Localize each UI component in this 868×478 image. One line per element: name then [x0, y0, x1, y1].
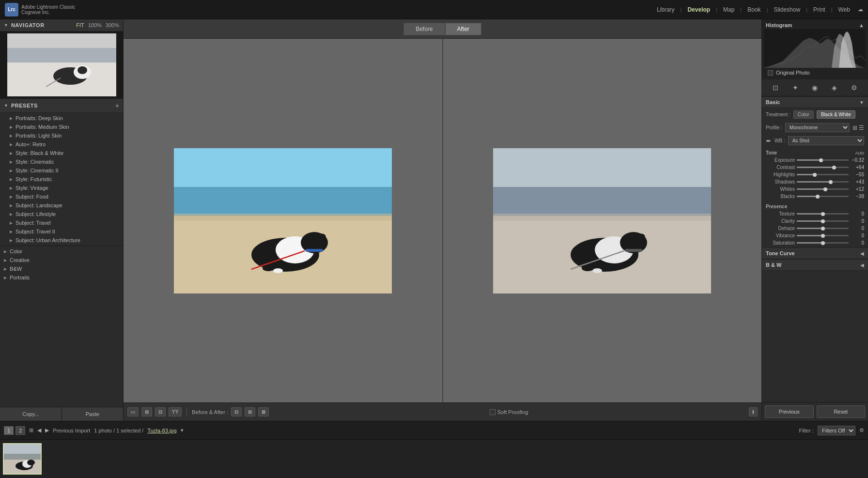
crop-tool-icon[interactable]: ⊡ [771, 82, 780, 93]
paste-button[interactable]: Paste [62, 407, 124, 421]
vibrance-track[interactable] [797, 235, 849, 236]
texture-label: Texture [766, 211, 795, 216]
navigator-header[interactable]: ▼ Navigator FIT 100% 300% [0, 19, 123, 31]
whites-track[interactable] [797, 188, 849, 190]
page-1-btn[interactable]: 1 [4, 426, 14, 435]
dropdown-arrow-icon[interactable]: ▾ [181, 427, 184, 433]
histogram-collapse[interactable]: ▲ [859, 22, 864, 28]
cloud-icon[interactable]: ☁ [858, 6, 863, 13]
filmstrip-next-btn[interactable]: ▶ [45, 427, 49, 433]
list-item[interactable]: ▶Subject: Urban Architecture [0, 236, 123, 245]
nav-map[interactable]: Map [719, 4, 738, 15]
ba-btn2[interactable]: ⊞ [245, 407, 255, 416]
profile-list-icon[interactable]: ☰ [859, 124, 864, 131]
list-item[interactable]: ▶Subject: Landscape [0, 201, 123, 210]
list-item[interactable]: ▶Subject: Lifestyle [0, 210, 123, 218]
list-item[interactable]: ▶Style: Cinematic [0, 157, 123, 166]
yy-btn[interactable]: YY [169, 407, 182, 416]
list-item[interactable]: ▶Style: Cinematic II [0, 166, 123, 175]
view-normal-btn[interactable]: ▭ [127, 407, 139, 416]
profile-select[interactable]: Monochrome [785, 123, 850, 132]
shadows-track[interactable] [797, 181, 849, 183]
saturation-track[interactable] [797, 242, 849, 244]
basic-collapse-icon[interactable]: ▼ [859, 100, 864, 105]
filmstrip-thumbs [0, 439, 868, 478]
ba-btn1[interactable]: ⊟ [231, 407, 242, 416]
reset-button[interactable]: Reset [817, 405, 866, 418]
original-photo-checkbox[interactable] [768, 70, 773, 76]
zoom-300[interactable]: 300% [106, 22, 119, 28]
filename-link[interactable]: Tuzla-83.jpg [147, 428, 176, 433]
soft-proofing-checkbox[interactable] [490, 409, 496, 415]
nav-links: Library | Develop | Map | Book | Slidesh… [653, 4, 863, 15]
preset-category-creative[interactable]: ▶Creative [0, 256, 123, 264]
list-item[interactable]: ▶Style: Vintage [0, 184, 123, 192]
list-item[interactable]: ▶Subject: Travel [0, 218, 123, 227]
wb-select[interactable]: As Shot [788, 136, 864, 145]
histogram-header: Histogram ▲ [764, 21, 866, 29]
nav-slideshow[interactable]: Slideshow [770, 4, 804, 15]
basic-section-header[interactable]: Basic ▼ [762, 96, 868, 108]
list-item[interactable]: ▶Portraits: Deep Skin [0, 114, 123, 123]
settings-tool-icon[interactable]: ⚙ [850, 82, 859, 93]
soft-proofing-toggle[interactable]: Soft Proofing [490, 409, 528, 415]
thumbnail-item[interactable] [3, 443, 42, 475]
list-item[interactable]: ▶Portraits: Light Skin [0, 131, 123, 140]
blacks-track[interactable] [797, 196, 849, 197]
heal-tool-icon[interactable]: ✦ [791, 82, 800, 93]
nav-book[interactable]: Book [744, 4, 764, 15]
view-grid-btn[interactable]: ⊞ [141, 407, 152, 416]
masking-tool-icon[interactable]: ◈ [830, 82, 838, 93]
nav-develop[interactable]: Develop [683, 4, 714, 15]
list-item[interactable]: ▶Style: Black & White [0, 149, 123, 157]
whites-slider-row: Whites +12 [766, 185, 864, 193]
highlights-track[interactable] [797, 174, 849, 175]
filmstrip-prev-btn[interactable]: ◀ [37, 427, 41, 433]
contrast-track[interactable] [797, 167, 849, 168]
preset-category-portraits[interactable]: ▶Portraits [0, 273, 123, 282]
presets-header[interactable]: ▼ Presets + [0, 99, 123, 113]
bw-section-header[interactable]: B & W ◀ [762, 259, 868, 271]
filter-select[interactable]: Filters Off [818, 426, 855, 435]
previous-button[interactable]: Previous [765, 405, 814, 418]
tone-auto-btn[interactable]: Auto [855, 151, 864, 155]
copy-button[interactable]: Copy... [0, 407, 62, 421]
filter-settings-btn[interactable]: ⚙ [859, 427, 864, 433]
after-label[interactable]: After [445, 23, 481, 35]
list-item[interactable]: ▶Portraits: Medium Skin [0, 123, 123, 131]
zoom-fit[interactable]: FIT [76, 22, 84, 28]
clarity-track[interactable] [797, 220, 849, 222]
list-item[interactable]: ▶Auto+: Retro [0, 140, 123, 149]
preset-category-bw[interactable]: ▶B&W [0, 264, 123, 273]
nav-library[interactable]: Library [653, 4, 679, 15]
texture-track[interactable] [797, 213, 849, 215]
bw-collapse-icon[interactable]: ◀ [860, 262, 864, 268]
saturation-value: 0 [851, 240, 864, 246]
view-split-btn[interactable]: ⊟ [155, 407, 166, 416]
zoom-100[interactable]: 100% [88, 22, 102, 28]
tone-curve-header[interactable]: Tone Curve ◀ [762, 247, 868, 259]
dehaze-track[interactable] [797, 228, 849, 229]
add-preset-btn[interactable]: + [115, 102, 119, 109]
ba-btn3[interactable]: ⊠ [258, 407, 269, 416]
tone-curve-collapse-icon[interactable]: ◀ [860, 251, 864, 256]
list-item[interactable]: ▶Subject: Travel II [0, 227, 123, 236]
bw-treatment-btn[interactable]: Black & White [817, 110, 855, 119]
exposure-track[interactable] [797, 159, 849, 161]
info-btn[interactable]: ℹ [749, 407, 758, 416]
list-item[interactable]: ▶Subject: Food [0, 192, 123, 201]
page-2-btn[interactable]: 2 [16, 426, 25, 435]
eye-tool-icon[interactable]: ◉ [810, 82, 819, 93]
before-label[interactable]: Before [403, 23, 445, 35]
profile-grid-icon[interactable]: ⊞ [852, 124, 857, 131]
texture-slider-row: Texture 0 [766, 210, 864, 217]
svg-rect-20 [493, 187, 711, 216]
list-item[interactable]: ▶Style: Futuristic [0, 175, 123, 184]
eyedropper-icon[interactable]: ✒ [766, 137, 772, 145]
preset-category-color[interactable]: ▶Color [0, 247, 123, 256]
color-treatment-btn[interactable]: Color [793, 110, 814, 119]
nav-print[interactable]: Print [809, 4, 829, 15]
left-panel: ▼ Navigator FIT 100% 300% [0, 19, 124, 421]
filmstrip-grid-btn[interactable]: ⊞ [29, 427, 33, 433]
nav-web[interactable]: Web [835, 4, 854, 15]
